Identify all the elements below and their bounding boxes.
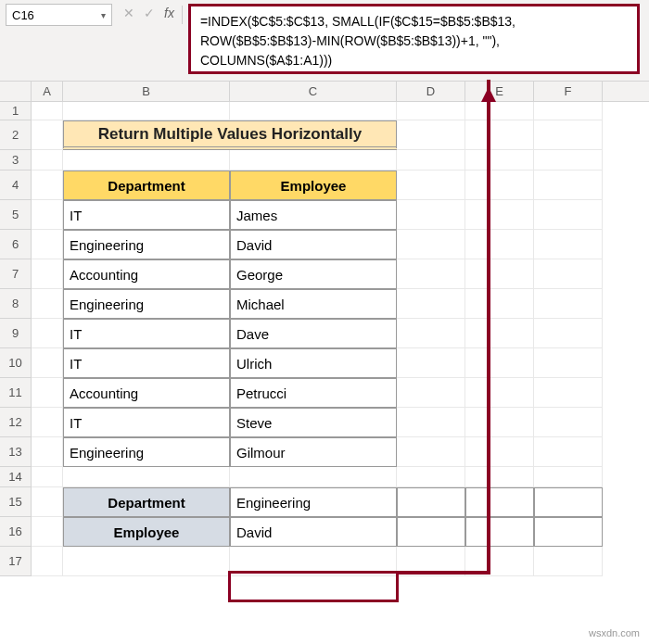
cell-A11[interactable]	[32, 378, 63, 408]
cell-C14[interactable]	[230, 467, 397, 487]
cell-F17[interactable]	[534, 547, 603, 576]
cell-D12[interactable]	[397, 408, 465, 437]
row-header-8[interactable]: 8	[0, 289, 32, 319]
cell-E11[interactable]	[465, 378, 534, 408]
cell-C9[interactable]: Dave	[230, 319, 397, 348]
cell-A13[interactable]	[32, 437, 63, 467]
cell-D10[interactable]	[397, 348, 465, 378]
cell-E5[interactable]	[465, 200, 534, 230]
label-department[interactable]: Department	[63, 487, 230, 517]
cell-F9[interactable]	[534, 319, 603, 348]
cell-A3[interactable]	[32, 150, 63, 170]
enter-icon[interactable]: ✓	[144, 6, 155, 20]
cell-B9[interactable]: IT	[63, 319, 230, 348]
cell-E1[interactable]	[465, 102, 534, 120]
row-header-9[interactable]: 9	[0, 319, 32, 348]
cell-D14[interactable]	[397, 467, 465, 487]
cell-A10[interactable]	[32, 348, 63, 378]
row-header-7[interactable]: 7	[0, 259, 32, 289]
chevron-down-icon[interactable]: ▾	[101, 10, 106, 20]
name-box[interactable]: C16 ▾	[6, 4, 112, 26]
cell-D17[interactable]	[397, 547, 465, 576]
cell-C17[interactable]	[230, 547, 397, 576]
row-header-3[interactable]: 3	[0, 150, 32, 170]
cell-A9[interactable]	[32, 319, 63, 348]
cell-C10[interactable]: Ulrich	[230, 348, 397, 378]
row-header-15[interactable]: 15	[0, 487, 32, 517]
row-header-14[interactable]: 14	[0, 467, 32, 487]
cell-F1[interactable]	[534, 102, 603, 120]
cell-A2[interactable]	[32, 120, 63, 150]
cell-A8[interactable]	[32, 289, 63, 319]
cell-D7[interactable]	[397, 259, 465, 289]
cell-A16[interactable]	[32, 517, 63, 547]
cell-D8[interactable]	[397, 289, 465, 319]
cell-D6[interactable]	[397, 230, 465, 259]
cell-E7[interactable]	[465, 259, 534, 289]
cell-A14[interactable]	[32, 467, 63, 487]
fx-icon[interactable]: fx	[164, 6, 174, 20]
title-cell[interactable]: Return Multiple Values Horizontally	[63, 120, 397, 150]
formula-input[interactable]: =INDEX($C$5:$C$13, SMALL(IF($C$15=$B$5:$…	[188, 4, 640, 74]
cell-F16[interactable]	[534, 517, 603, 547]
cell-C11[interactable]: Petrucci	[230, 378, 397, 408]
cell-F3[interactable]	[534, 150, 603, 170]
cell-F13[interactable]	[534, 437, 603, 467]
cell-D4[interactable]	[397, 170, 465, 200]
cell-D16[interactable]	[397, 517, 465, 547]
row-header-16[interactable]: 16	[0, 517, 32, 547]
col-header-B[interactable]: B	[63, 82, 230, 101]
cell-B13[interactable]: Engineering	[63, 437, 230, 467]
cell-D11[interactable]	[397, 378, 465, 408]
row-header-2[interactable]: 2	[0, 120, 32, 150]
cell-C5[interactable]: James	[230, 200, 397, 230]
cell-B7[interactable]: Accounting	[63, 259, 230, 289]
cell-B10[interactable]: IT	[63, 348, 230, 378]
cell-E9[interactable]	[465, 319, 534, 348]
cell-F6[interactable]	[534, 230, 603, 259]
cell-C16[interactable]: David	[230, 517, 397, 547]
cancel-icon[interactable]: ✕	[123, 6, 134, 20]
label-employee[interactable]: Employee	[63, 517, 230, 547]
cell-A15[interactable]	[32, 487, 63, 517]
cell-C13[interactable]: Gilmour	[230, 437, 397, 467]
cell-E17[interactable]	[465, 547, 534, 576]
cell-D1[interactable]	[397, 102, 465, 120]
cell-B1[interactable]	[63, 102, 230, 120]
row-header-5[interactable]: 5	[0, 200, 32, 230]
cell-C15[interactable]: Engineering	[230, 487, 397, 517]
cell-B12[interactable]: IT	[63, 408, 230, 437]
cell-A1[interactable]	[32, 102, 63, 120]
row-header-17[interactable]: 17	[0, 547, 32, 576]
cell-F12[interactable]	[534, 408, 603, 437]
cell-D13[interactable]	[397, 437, 465, 467]
cell-F10[interactable]	[534, 348, 603, 378]
row-header-1[interactable]: 1	[0, 102, 32, 120]
cell-E10[interactable]	[465, 348, 534, 378]
cell-C7[interactable]: George	[230, 259, 397, 289]
cell-F11[interactable]	[534, 378, 603, 408]
col-header-E[interactable]: E	[465, 82, 534, 101]
cell-D9[interactable]	[397, 319, 465, 348]
cell-E15[interactable]	[465, 487, 534, 517]
col-header-A[interactable]: A	[32, 82, 63, 101]
cell-B11[interactable]: Accounting	[63, 378, 230, 408]
col-header-D[interactable]: D	[397, 82, 465, 101]
cell-B8[interactable]: Engineering	[63, 289, 230, 319]
row-header-13[interactable]: 13	[0, 437, 32, 467]
row-header-6[interactable]: 6	[0, 230, 32, 259]
cell-C12[interactable]: Steve	[230, 408, 397, 437]
cell-C3[interactable]	[230, 150, 397, 170]
row-header-10[interactable]: 10	[0, 348, 32, 378]
row-header-4[interactable]: 4	[0, 170, 32, 200]
cell-F8[interactable]	[534, 289, 603, 319]
cell-A6[interactable]	[32, 230, 63, 259]
cell-D3[interactable]	[397, 150, 465, 170]
cell-A12[interactable]	[32, 408, 63, 437]
cell-F5[interactable]	[534, 200, 603, 230]
header-department[interactable]: Department	[63, 170, 230, 200]
cell-F4[interactable]	[534, 170, 603, 200]
row-header-12[interactable]: 12	[0, 408, 32, 437]
cell-E8[interactable]	[465, 289, 534, 319]
cell-A5[interactable]	[32, 200, 63, 230]
